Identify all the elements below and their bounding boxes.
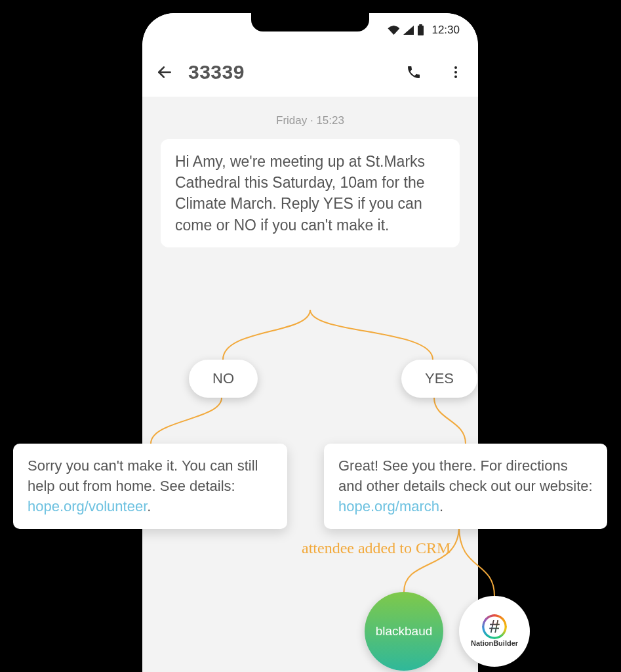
back-icon[interactable]	[155, 63, 174, 81]
hash-icon: #	[483, 616, 506, 638]
svg-point-2	[454, 71, 457, 74]
phone-frame: 12:30 33339 Friday · 15:23 Hi Amy, we're…	[134, 5, 486, 672]
svg-point-1	[454, 66, 457, 69]
app-header: 33339	[142, 47, 478, 97]
crm-blackbaud-badge: blackbaud	[365, 592, 443, 671]
signal-icon	[403, 26, 414, 35]
more-icon[interactable]	[447, 63, 465, 81]
call-icon[interactable]	[405, 63, 423, 81]
message-timestamp: Friday · 15:23	[142, 114, 478, 127]
response-no-text: Sorry you can't make it. You can still h…	[28, 457, 258, 494]
conversation-title: 33339	[188, 61, 390, 83]
crm-blackbaud-label: blackbaud	[376, 624, 433, 639]
phone-notch	[251, 13, 369, 32]
reply-option-yes[interactable]: YES	[401, 360, 477, 398]
svg-point-3	[454, 75, 457, 78]
clock: 12:30	[431, 24, 460, 37]
response-no-suffix: .	[147, 498, 151, 514]
crm-nationbuilder-label: NationBuilder	[471, 639, 518, 647]
response-yes-suffix: .	[439, 498, 443, 514]
response-no-link[interactable]: hope.org/volunteer	[28, 498, 147, 514]
crm-nationbuilder-badge: # NationBuilder	[459, 596, 530, 667]
crm-annotation: attendee added to CRM	[302, 538, 451, 558]
phone-screen: 12:30 33339 Friday · 15:23 Hi Amy, we're…	[142, 13, 478, 672]
response-yes-card: Great! See you there. For directions and…	[324, 444, 607, 529]
response-no-card: Sorry you can't make it. You can still h…	[13, 444, 287, 529]
response-yes-link[interactable]: hope.org/march	[338, 498, 439, 514]
battery-icon	[418, 26, 424, 35]
reply-option-no[interactable]: NO	[189, 360, 258, 398]
phone-bezel: 12:30 33339 Friday · 15:23 Hi Amy, we're…	[142, 13, 478, 672]
wifi-icon	[388, 26, 399, 35]
incoming-message: Hi Amy, we're meeting up at St.Marks Cat…	[161, 139, 460, 247]
response-yes-text: Great! See you there. For directions and…	[338, 457, 593, 494]
